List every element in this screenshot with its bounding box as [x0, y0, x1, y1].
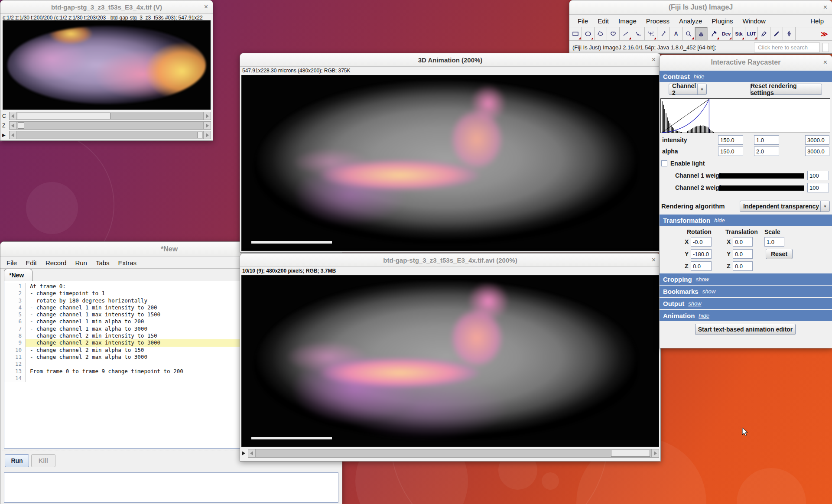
rotation-x-field[interactable]: -0.0: [691, 237, 712, 247]
reset-rendering-button[interactable]: Reset rendering settings: [750, 84, 822, 95]
transform-reset-button[interactable]: Reset: [766, 249, 793, 259]
run-button[interactable]: Run: [5, 454, 29, 467]
menu-analyze[interactable]: Analyze: [674, 17, 707, 25]
search-button[interactable]: [822, 43, 829, 52]
polygon-tool-icon[interactable]: [595, 27, 607, 40]
cropping-show-link[interactable]: show: [696, 276, 709, 283]
editor-menu-extras[interactable]: Extras: [114, 259, 141, 267]
avi-canvas[interactable]: [241, 275, 659, 447]
scroll-left-icon[interactable]: [10, 131, 17, 139]
close-icon[interactable]: ×: [823, 4, 827, 11]
scroll-right-icon[interactable]: [203, 112, 211, 120]
more-tools-icon[interactable]: ≫: [816, 27, 832, 40]
translation-z-field[interactable]: 0.0: [733, 261, 753, 271]
paintbrush-tool-icon[interactable]: [770, 27, 783, 40]
z-scrollbar[interactable]: [9, 121, 211, 130]
intensity-max-field[interactable]: 3000.0: [805, 135, 829, 145]
editor-output-area[interactable]: [4, 472, 338, 503]
angle-tool-icon[interactable]: [632, 27, 645, 40]
intensity-min-field[interactable]: 150.0: [718, 135, 743, 145]
channel-scrollbar[interactable]: [9, 112, 211, 120]
alpha-max-field[interactable]: 3000.0: [805, 146, 829, 156]
menu-edit[interactable]: Edit: [593, 17, 614, 25]
enable-light-checkbox[interactable]: [661, 160, 667, 166]
transformation-hide-link[interactable]: hide: [714, 217, 725, 224]
channel1-weight-field[interactable]: 100: [807, 171, 829, 180]
alpha-min-field[interactable]: 150.0: [718, 146, 743, 156]
oval-tool-icon[interactable]: [582, 27, 595, 40]
scroll-left-icon[interactable]: [10, 122, 17, 129]
editor-menu-run[interactable]: Run: [71, 259, 91, 267]
color-picker-tool-icon[interactable]: [708, 27, 720, 40]
time-scrollbar[interactable]: [9, 131, 211, 139]
rotation-z-field[interactable]: 0.0: [691, 261, 712, 271]
text-tool-icon[interactable]: A: [670, 27, 682, 40]
menu-help[interactable]: Help: [806, 17, 829, 25]
close-icon[interactable]: ×: [204, 3, 208, 10]
editor-menu-tabs[interactable]: Tabs: [91, 259, 114, 267]
channel2-weight-slider[interactable]: [719, 185, 804, 191]
lut-tool-icon[interactable]: LUT: [745, 27, 758, 40]
channel2-weight-field[interactable]: 100: [807, 183, 829, 192]
wand-tool-icon[interactable]: [657, 27, 670, 40]
channel-scrollbar-thumb[interactable]: [17, 113, 110, 119]
close-icon[interactable]: ×: [823, 59, 827, 66]
anim3d-titlebar[interactable]: 3D Animation (200%) ×: [240, 53, 660, 67]
start-animation-editor-button[interactable]: Start text-based animation editor: [695, 324, 796, 335]
editor-menu-record[interactable]: Record: [41, 259, 71, 267]
imagej-titlebar[interactable]: (Fiji Is Just) ImageJ ×: [569, 0, 832, 15]
line-tool-icon[interactable]: [620, 27, 632, 40]
avi-titlebar[interactable]: btd-gap-stg_3_z3_t53s_E3_4x.tif.avi (200…: [240, 254, 660, 267]
menu-process[interactable]: Process: [641, 17, 674, 25]
scroll-right-icon[interactable]: [651, 449, 659, 457]
anim3d-canvas[interactable]: [241, 75, 659, 251]
play-icon[interactable]: ▶: [2, 133, 9, 137]
scroll-left-icon[interactable]: [10, 112, 17, 120]
tif-image-canvas[interactable]: [3, 20, 211, 110]
play-icon[interactable]: [241, 449, 248, 458]
point-tool-icon[interactable]: [645, 27, 657, 40]
channel-select[interactable]: Channel 2 ▼: [669, 84, 707, 95]
scroll-right-icon[interactable]: [203, 122, 211, 129]
translation-y-field[interactable]: 0.0: [733, 249, 753, 259]
search-input[interactable]: Click here to search: [754, 42, 820, 52]
zoom-tool-icon[interactable]: [682, 27, 695, 40]
freehand-tool-icon[interactable]: [607, 27, 620, 40]
editor-menu-file[interactable]: File: [2, 259, 21, 267]
menu-plugins[interactable]: Plugins: [707, 17, 738, 25]
bookmarks-show-link[interactable]: show: [702, 288, 715, 295]
menu-file[interactable]: File: [573, 17, 593, 25]
stk-tool-icon[interactable]: Stk: [733, 27, 745, 40]
raycaster-titlebar[interactable]: Interactive Raycaster ×: [660, 55, 832, 70]
editor-menu-edit[interactable]: Edit: [21, 259, 41, 267]
scroll-right-icon[interactable]: [203, 131, 211, 139]
rotation-y-field[interactable]: -180.0: [691, 249, 712, 259]
rendering-algorithm-select[interactable]: Independent transparency ▼: [740, 201, 830, 212]
translation-x-field[interactable]: 0.0: [733, 237, 753, 247]
editor-tab-new[interactable]: *New_: [4, 269, 32, 281]
channel-slider-label: C: [2, 113, 9, 119]
frame-scrollbar[interactable]: [248, 449, 659, 458]
rectangle-tool-icon[interactable]: [569, 27, 582, 40]
pen-tool-icon[interactable]: [783, 27, 796, 40]
scroll-left-icon[interactable]: [248, 449, 256, 457]
channel1-weight-slider[interactable]: [719, 173, 804, 179]
dev-tool-icon[interactable]: Dev: [720, 27, 733, 40]
pencil-tool-icon[interactable]: [758, 27, 770, 40]
scale-field[interactable]: 1.0: [764, 237, 784, 247]
time-scrollbar-thumb[interactable]: [197, 132, 202, 138]
contrast-histogram[interactable]: [660, 98, 830, 133]
menu-image[interactable]: Image: [614, 17, 641, 25]
close-icon[interactable]: ×: [652, 56, 656, 63]
contrast-hide-link[interactable]: hide: [694, 73, 705, 80]
animation-hide-link[interactable]: hide: [699, 312, 709, 319]
close-icon[interactable]: ×: [652, 257, 656, 263]
menu-window[interactable]: Window: [738, 17, 770, 25]
z-scrollbar-thumb[interactable]: [18, 122, 24, 129]
frame-scrollbar-thumb[interactable]: [611, 450, 650, 457]
alpha-gamma-field[interactable]: 2.0: [754, 146, 779, 156]
tif-window-titlebar[interactable]: btd-gap-stg_3_z3_t53s_E3_4x.tif (V) ×: [0, 0, 213, 14]
output-show-link[interactable]: show: [688, 300, 701, 307]
intensity-gamma-field[interactable]: 1.0: [754, 135, 779, 145]
hand-tool-icon[interactable]: [695, 27, 708, 40]
